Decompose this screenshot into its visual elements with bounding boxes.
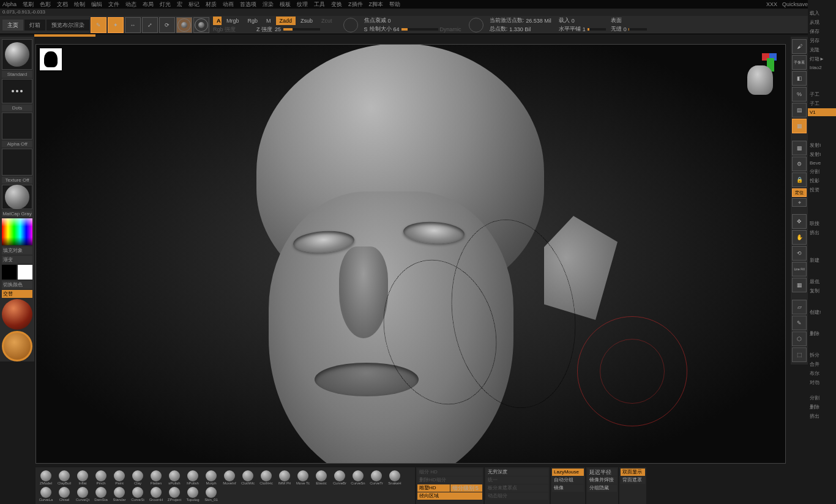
rt-marquee[interactable]: ⬚ [792, 347, 807, 362]
menu-macro[interactable]: 宏 [177, 1, 182, 9]
menu-help[interactable]: 帮助 [389, 1, 400, 9]
rl-20[interactable]: 复制 [808, 286, 836, 295]
edit-mode-button[interactable]: ✎ [91, 17, 106, 33]
rt-transform[interactable]: ▦ [792, 119, 807, 133]
rt-100[interactable]: % [792, 87, 807, 102]
mode-rgb[interactable]: Rgb [244, 17, 262, 25]
bp4-r1[interactable]: 延迟半径 1 [588, 469, 617, 476]
menu-zscript[interactable]: Z脚本 [369, 1, 384, 9]
draw-mode-button[interactable]: ✦ [108, 17, 124, 33]
menu-edit[interactable]: 编辑 [91, 1, 102, 9]
rt-wireframe[interactable]: ▩ [792, 141, 807, 155]
switch-color-label[interactable]: 切换颜色 [2, 281, 32, 289]
rl-7[interactable]: 子工 [808, 90, 836, 99]
brush-imm pri[interactable]: IMM Pri [275, 469, 294, 485]
brush-topolog[interactable]: Topolog [184, 485, 202, 502]
bp2-r5[interactable]: 动态细分 [486, 492, 548, 500]
mode-zadd[interactable]: Zadd [276, 17, 296, 25]
rl-25[interactable]: 布尔 [808, 369, 836, 378]
rl-11[interactable]: 发射I [808, 150, 836, 159]
rl-19[interactable]: 最低 [808, 277, 836, 286]
menu-light[interactable]: 灯光 [160, 1, 171, 9]
draw-size-slider[interactable] [401, 28, 438, 31]
brush-curvela[interactable]: CurveLa [37, 485, 55, 502]
bp4-r3[interactable]: 分组隐藏 [588, 484, 617, 492]
scale-mode-button[interactable]: ⤢ [142, 17, 158, 33]
rl-26[interactable]: 对劲 [808, 378, 836, 387]
move-mode-button[interactable]: ↔ [125, 17, 141, 33]
brush-moveinf[interactable]: MoveInf [220, 469, 239, 485]
bp5-r1[interactable]: 双面显示 [621, 469, 645, 476]
brush-clay[interactable]: Clay [129, 469, 147, 485]
menu-tool[interactable]: 工具 [314, 1, 325, 9]
rl-17[interactable]: 挤出 [808, 228, 836, 237]
brush-pinch[interactable]: Pinch [92, 469, 110, 485]
sym-toggle[interactable]: 交替 [2, 290, 32, 298]
focal-gauge[interactable] [343, 18, 358, 32]
brush-claybuil[interactable]: ClayBuil [55, 469, 73, 485]
rl-28[interactable]: 删除 [808, 402, 836, 412]
bp1-radial[interactable]: 径向区域 [417, 492, 482, 500]
nav-gizmo[interactable] [742, 53, 777, 87]
mode-zcut[interactable]: Zcut [318, 17, 336, 25]
bp1-subdiv[interactable]: 细分级别 5 [450, 484, 483, 492]
material-selector[interactable] [2, 185, 32, 209]
swatch-primary[interactable] [18, 265, 32, 280]
rl-13[interactable]: 分割 [808, 167, 836, 176]
rl-22[interactable]: 删除 [808, 329, 836, 338]
rl-14[interactable]: 投影 [808, 176, 836, 185]
brush-curvebr[interactable]: CurveBr [330, 469, 349, 485]
texture-selector[interactable] [2, 149, 32, 176]
brush-flatten[interactable]: Flatten [147, 469, 165, 485]
menu-marker[interactable]: 标记 [188, 1, 200, 9]
tab-bool-preview[interactable]: 预览布尔渲染 [47, 20, 89, 31]
brush-zmodel[interactable]: ZModel [37, 469, 55, 485]
menu-stencil[interactable]: 模板 [280, 1, 291, 9]
rl-1[interactable]: 从现 [808, 18, 836, 27]
bp1-r1[interactable]: 细分 HD [417, 469, 482, 476]
brush-curvesn[interactable]: CurveSn [349, 469, 367, 485]
gradient-label[interactable]: 渐变 [2, 256, 32, 264]
rt-dynamesh[interactable]: ⬡ [792, 332, 807, 346]
menu-prefs[interactable]: 首选项 [240, 1, 256, 9]
viewport-3d[interactable] [35, 44, 786, 464]
brush-morph[interactable]: Morph [202, 469, 220, 485]
brush-standar[interactable]: Standar [110, 485, 129, 502]
rl-27[interactable]: 分割 [808, 393, 836, 402]
menu-color[interactable]: 色彩 [40, 1, 51, 9]
bp5-r2[interactable]: 背面遮罩 [621, 476, 645, 484]
menu-file[interactable]: 文件 [108, 1, 119, 9]
rt-rotate[interactable]: ⟲ [792, 246, 807, 261]
rt-lock[interactable]: 🔒 [792, 172, 807, 187]
menu-zplugin[interactable]: Z插件 [348, 1, 363, 9]
rl-23[interactable]: 拆分 [808, 350, 836, 360]
brush-curveqt[interactable]: CurveQt [73, 485, 92, 502]
tab-lightbox[interactable]: 灯箱 [24, 20, 45, 31]
stroke-selector[interactable] [2, 79, 32, 103]
rl-16[interactable]: 联接 [808, 219, 836, 228]
menu-right-2[interactable]: Quicksave [782, 1, 808, 7]
rl-15[interactable]: 投资 [808, 185, 836, 195]
alpha-selector[interactable] [2, 113, 32, 139]
menu-brush[interactable]: 笔刷 [23, 1, 34, 9]
menu-right-1[interactable]: XXX [766, 1, 777, 7]
rotate-mode-button[interactable]: ⟳ [159, 17, 175, 33]
rl-9[interactable]: V1 [808, 108, 836, 116]
gizmo-button[interactable] [176, 17, 192, 33]
brush-chisel[interactable]: Chisel [55, 485, 73, 502]
brush-clothmc[interactable]: ClothMc [239, 469, 257, 485]
rt-linefill[interactable]: Line Fill [792, 262, 807, 276]
rt-sketch[interactable]: ✎ [792, 316, 807, 330]
rt-azone[interactable]: ▤ [792, 103, 807, 117]
menu-alpha[interactable]: Alpha [2, 1, 17, 7]
rl-29[interactable]: 挤出 [808, 412, 836, 421]
rl-18[interactable]: 新建 [808, 256, 836, 265]
brush-inflat[interactable]: Inflat [73, 469, 92, 485]
brush-skin_01[interactable]: Skin_01 [202, 485, 220, 502]
count-gauge[interactable] [469, 18, 483, 32]
brush-curvest[interactable]: CurveSt [129, 485, 147, 502]
brush-damsta[interactable]: DamSta [92, 485, 110, 502]
bp3-mirror[interactable]: 镜像 [552, 484, 584, 492]
brush-selector[interactable] [2, 39, 32, 70]
rl-3[interactable]: 另存 [808, 36, 836, 45]
